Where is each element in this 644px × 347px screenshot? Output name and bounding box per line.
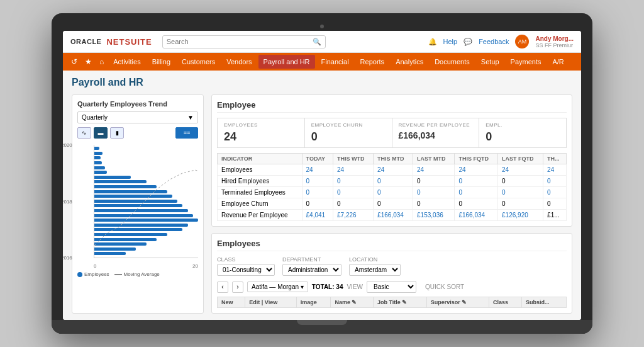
top-bar: ORACLE NETSUITE 🔍 🔔 Help 💬 Feedback AM A…	[63, 31, 581, 53]
page-content: Payroll and HR Quarterly Employees Trend…	[63, 71, 581, 320]
nav-setup[interactable]: Setup	[476, 55, 504, 69]
link-revenue-mtd[interactable]: £166,034	[377, 212, 404, 219]
link-terminated-fqtd[interactable]: 0	[458, 189, 462, 196]
nav-payments[interactable]: Payments	[506, 55, 547, 69]
user-info: Andy Morg... SS FF Premiur	[535, 35, 574, 48]
notifications-icon[interactable]: 🔔	[428, 38, 437, 46]
link-revenue-wtd[interactable]: £7,226	[337, 212, 357, 219]
col-this-wtd: THIS WTD	[333, 154, 374, 164]
nav-documents[interactable]: Documents	[430, 55, 475, 69]
link-terminated-lfqtd[interactable]: 0	[502, 189, 506, 196]
employees-section-header: Employees	[217, 239, 567, 251]
nav-bar: ↺ ★ ⌂ Activities Billing Customers Vendo…	[63, 53, 581, 71]
nav-financial[interactable]: Financial	[316, 55, 354, 69]
user-avatar: AM	[515, 35, 529, 48]
link-employees-wtd[interactable]: 24	[337, 166, 344, 173]
link-hired-today[interactable]: 0	[306, 178, 310, 185]
department-filter-group: DEPARTMENT - All - - None - - Mine - Adm…	[282, 256, 341, 276]
link-employees-fqtd[interactable]: 24	[458, 166, 465, 173]
chart-area-icon[interactable]: ∿	[77, 127, 91, 139]
chart-area	[94, 145, 198, 258]
edit-sup-icon[interactable]: ✎	[462, 299, 467, 305]
nav-customers[interactable]: Customers	[177, 55, 220, 69]
star-icon[interactable]: ★	[82, 55, 95, 69]
chart-column-icon[interactable]: ▮	[110, 127, 124, 139]
col-last-mtd: LAST MTD	[413, 154, 455, 164]
legend-moving-average: Moving Average	[114, 271, 160, 277]
department-filter[interactable]: - All - - None - - Mine - Administration	[282, 264, 341, 276]
employee-section-header: Employee	[217, 100, 567, 113]
link-revenue-lfqtd[interactable]: £126,920	[502, 212, 528, 219]
table-row: Revenue Per Employee £4,041 £7,226 £166,…	[218, 210, 567, 221]
nav-billing[interactable]: Billing	[147, 55, 175, 69]
chart-title: Quarterly Employees Trend	[77, 100, 198, 108]
quick-sort-label: QUICK SORT	[425, 283, 464, 290]
chart-bar-icon[interactable]: ▬	[94, 127, 108, 139]
table-row: Employees 24 24 24 24 24 24 24	[218, 164, 567, 176]
employee-card: Employee EMPLOYEES 24 EMPLOYEE CHURN 0	[211, 94, 572, 227]
next-page-button[interactable]: ›	[232, 282, 243, 293]
location-filter[interactable]: - All - - None - - Mine - Amsterdam	[349, 264, 401, 276]
edit-job-icon[interactable]: ✎	[402, 299, 407, 305]
link-hired-th[interactable]: 0	[547, 178, 551, 185]
link-revenue-today[interactable]: £4,041	[306, 212, 326, 219]
col-last-fqtd: LAST FQTD	[498, 154, 543, 164]
col-new: New	[218, 297, 245, 308]
link-employees-lfqtd[interactable]: 24	[502, 166, 509, 173]
nav-payroll-hr[interactable]: Payroll and HR	[258, 55, 315, 69]
search-bar[interactable]: 🔍	[162, 35, 326, 48]
col-image: Image	[296, 297, 331, 308]
chart-toggle[interactable]: ≡≡	[175, 127, 198, 139]
link-employees-today[interactable]: 24	[306, 166, 313, 173]
view-dropdown[interactable]: Basic Advanced	[367, 281, 416, 293]
feedback-link[interactable]: Feedback	[479, 38, 509, 45]
link-terminated-wtd[interactable]: 0	[337, 189, 341, 196]
link-terminated-lmtd[interactable]: 0	[417, 189, 421, 196]
employee-data-table: INDICATOR TODAY THIS WTD THIS MTD LAST M…	[217, 153, 567, 221]
search-input[interactable]	[167, 38, 313, 45]
chart-period-dropdown[interactable]: Quarterly ▼	[77, 111, 198, 123]
logo-netsuite: NETSUITE	[106, 37, 152, 47]
link-employees-mtd[interactable]: 24	[377, 166, 384, 173]
nav-analytics[interactable]: Analytics	[391, 55, 428, 69]
main-layout: Quarterly Employees Trend Quarterly ▼ ∿ …	[72, 94, 572, 314]
col-class: Class	[489, 297, 521, 308]
nav-activities[interactable]: Activities	[108, 55, 145, 69]
home-icon[interactable]: ⌂	[96, 55, 107, 69]
link-hired-wtd[interactable]: 0	[337, 178, 341, 185]
refresh-icon[interactable]: ↺	[68, 55, 80, 69]
chart-legend: Employees Moving Average	[77, 271, 198, 277]
link-terminated-today[interactable]: 0	[306, 189, 310, 196]
col-this-fqtd: THIS FQTD	[455, 154, 498, 164]
y-axis-labels: 2020 2018 2016	[63, 142, 72, 261]
col-job-title: Job Title ✎	[373, 297, 426, 308]
help-link[interactable]: Help	[443, 38, 458, 45]
col-indicator: INDICATOR	[218, 154, 303, 164]
table-row: Employee Churn 0 0 0 0 0 0 0	[218, 198, 567, 210]
link-employees-lmtd[interactable]: 24	[417, 166, 424, 173]
link-employees-th[interactable]: 24	[547, 166, 554, 173]
class-filter[interactable]: - All - - None - - Mine - 01-Consulting	[217, 264, 275, 276]
legend-employees: Employees	[77, 271, 109, 277]
col-th: TH...	[543, 154, 567, 164]
link-revenue-lmtd[interactable]: £153,036	[417, 212, 443, 219]
chat-icon: 💬	[464, 38, 472, 46]
link-hired-fqtd[interactable]: 0	[458, 178, 462, 185]
link-revenue-fqtd[interactable]: £166,034	[458, 212, 485, 219]
view-selector-button[interactable]: Aatifa — Morgan ▾	[247, 282, 308, 292]
kpi-employees: EMPLOYEES 24	[218, 118, 305, 147]
edit-name-icon[interactable]: ✎	[352, 299, 357, 305]
link-terminated-mtd[interactable]: 0	[377, 189, 381, 196]
employees-section: Employees CLASS - All - - None - - Mine …	[211, 233, 572, 314]
link-hired-mtd[interactable]: 0	[377, 178, 381, 185]
nav-ar[interactable]: A/R	[547, 55, 569, 69]
chart-panel: Quarterly Employees Trend Quarterly ▼ ∿ …	[72, 94, 204, 314]
employees-table: New Edit | View Image Name ✎ Job Title ✎…	[217, 297, 567, 308]
nav-vendors[interactable]: Vendors	[221, 55, 257, 69]
logo-oracle: ORACLE	[70, 38, 101, 45]
link-terminated-th[interactable]: 0	[547, 189, 551, 196]
nav-reports[interactable]: Reports	[355, 55, 390, 69]
prev-page-button[interactable]: ‹	[217, 282, 228, 293]
x-axis-labels: 0 20	[94, 263, 198, 269]
bars-container	[94, 145, 198, 258]
